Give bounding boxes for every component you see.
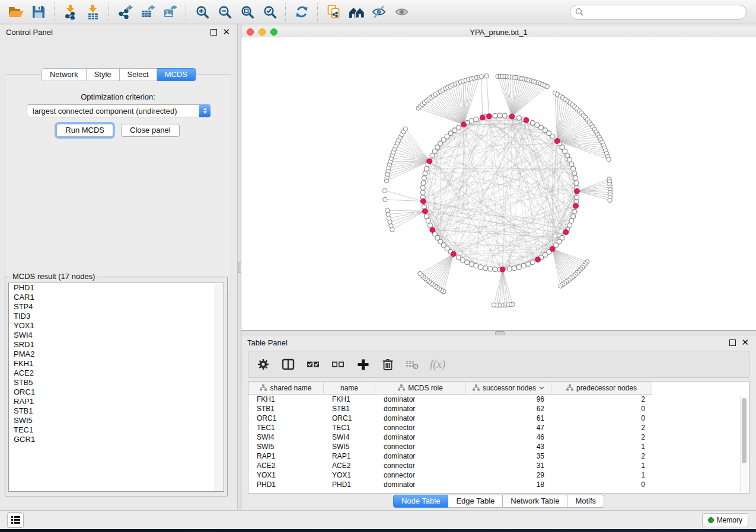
table-row[interactable]: ACE2ACE2connector311: [248, 461, 749, 470]
mcds-result-item[interactable]: RAP1: [9, 397, 224, 406]
table-cell: ACE2: [248, 462, 324, 470]
mcds-result-item[interactable]: SWI4: [9, 331, 224, 340]
column-header-name[interactable]: name: [324, 382, 375, 394]
mcds-result-item[interactable]: YOX1: [9, 321, 224, 331]
select-all-button[interactable]: [305, 357, 321, 372]
table-row[interactable]: YOX1YOX1connector291: [248, 470, 749, 480]
scrollbar-thumb[interactable]: [742, 398, 747, 463]
table-tabs: Node TableEdge TableNetwork TableMotifs: [241, 495, 756, 508]
mcds-result-item[interactable]: FKH1: [9, 359, 224, 368]
function-builder-button[interactable]: f(x): [430, 357, 445, 372]
table-row[interactable]: STB1STB1dominator620: [248, 404, 749, 414]
open-file-button[interactable]: [5, 2, 27, 22]
mcds-result-item[interactable]: GCR1: [9, 435, 224, 444]
show-columns-button[interactable]: [280, 357, 296, 372]
tab-select[interactable]: Select: [120, 68, 157, 81]
table-cell: 1: [551, 443, 652, 451]
table-row[interactable]: TEC1TEC1connector472: [248, 423, 749, 432]
memory-button[interactable]: Memory: [702, 513, 748, 527]
column-header-successor-nodes[interactable]: successor nodes: [466, 382, 551, 394]
table-cell: YOX1: [324, 471, 375, 479]
import-table-button[interactable]: [82, 2, 104, 22]
table-row[interactable]: SWI4SWI4dominator462: [248, 432, 749, 442]
mcds-result-item[interactable]: SWI5: [9, 416, 224, 425]
mcds-result-item[interactable]: STP4: [9, 302, 224, 312]
mcds-result-item[interactable]: TEC1: [9, 425, 224, 435]
table-row[interactable]: SWI5SWI5connector431: [248, 442, 749, 451]
tab-motifs[interactable]: Motifs: [567, 495, 604, 508]
mcds-tab-content: Optimization criterion: largest connecte…: [5, 74, 231, 294]
run-mcds-button[interactable]: Run MCDS: [56, 124, 113, 137]
mcds-result-item[interactable]: TID3: [9, 312, 224, 321]
mcds-result-item[interactable]: PHD1: [9, 283, 224, 293]
main-toolbar: [0, 0, 756, 24]
column-header-predecessor-nodes[interactable]: predecessor nodes: [551, 382, 652, 394]
tab-node-table[interactable]: Node Table: [393, 495, 449, 508]
tab-network[interactable]: Network: [42, 68, 87, 81]
panel-splitter-vertical[interactable]: [237, 24, 241, 510]
table-row[interactable]: RAP1RAP1dominator352: [248, 451, 749, 461]
search-input[interactable]: [583, 7, 741, 17]
apply-preferred-layout-button[interactable]: [291, 2, 313, 22]
mcds-result-item[interactable]: STB1: [9, 406, 224, 416]
table-cell: 2: [551, 424, 652, 432]
mcds-result-list[interactable]: PHD1CAR1STP4TID3YOX1SWI4SRD1PMA2FKH1ACE2…: [8, 283, 224, 492]
optimization-criterion-select[interactable]: largest connected component (undirected): [27, 104, 210, 117]
deselect-all-button[interactable]: [330, 357, 346, 372]
show-all-button[interactable]: [390, 2, 413, 22]
table-settings-button[interactable]: [256, 357, 271, 372]
zoom-selected-button[interactable]: [259, 2, 281, 22]
tab-mcds[interactable]: MCDS: [157, 68, 196, 81]
mcds-result-item[interactable]: PMA2: [9, 350, 224, 359]
delete-column-button[interactable]: [380, 357, 395, 372]
close-panel-icon[interactable]: ✕: [222, 29, 230, 35]
first-neighbors-button[interactable]: [345, 2, 368, 22]
export-network-button[interactable]: [114, 2, 136, 22]
float-panel-icon[interactable]: [210, 29, 217, 36]
import-network-button[interactable]: [59, 2, 82, 22]
table-row[interactable]: PHD1PHD1dominator180: [248, 480, 749, 489]
tab-style[interactable]: Style: [87, 68, 120, 81]
mcds-result-item[interactable]: ORC1: [9, 387, 224, 397]
search-box: [570, 5, 747, 20]
zoom-in-button[interactable]: [191, 2, 213, 22]
float-panel-icon[interactable]: [729, 339, 736, 346]
panel-splitter-horizontal[interactable]: [241, 330, 756, 335]
export-table-button[interactable]: [136, 2, 159, 22]
column-header-shared-name[interactable]: shared name: [248, 382, 324, 394]
table-scrollbar[interactable]: [740, 396, 748, 492]
close-panel-button[interactable]: Close panel: [121, 124, 180, 137]
column-header-MCDS-role[interactable]: MCDS role: [375, 382, 466, 394]
mcds-result-item[interactable]: SRD1: [9, 340, 224, 350]
delete-table-button[interactable]: [405, 357, 420, 372]
mcds-result-item[interactable]: CAR1: [9, 293, 224, 302]
network-canvas[interactable]: [241, 37, 756, 330]
network-graph[interactable]: [241, 37, 756, 330]
column-type-icon: [398, 384, 405, 391]
optimization-criterion-label: Optimization criterion:: [5, 92, 231, 101]
table-cell: 46: [466, 433, 551, 441]
toolbar-separator: [285, 3, 286, 21]
splitter-handle[interactable]: [495, 331, 505, 335]
network-window-titlebar[interactable]: YPA_prune.txt_1: [241, 27, 756, 38]
export-image-button[interactable]: [159, 2, 181, 22]
hide-selected-button[interactable]: [368, 2, 390, 22]
mcds-result-item[interactable]: STB5: [9, 378, 224, 387]
tab-edge-table[interactable]: Edge Table: [448, 495, 503, 508]
table-cell: SWI4: [248, 433, 324, 441]
add-column-button[interactable]: [355, 357, 371, 372]
zoom-out-button[interactable]: [213, 2, 236, 22]
task-history-button[interactable]: [7, 512, 24, 528]
tab-network-table[interactable]: Network Table: [503, 495, 567, 508]
mcds-list-scrollbar[interactable]: [215, 284, 223, 492]
dominator-node: [480, 115, 485, 120]
new-network-from-selection-button[interactable]: [323, 2, 345, 22]
zoom-fit-button[interactable]: [236, 2, 259, 22]
save-session-button[interactable]: [27, 2, 50, 22]
search-icon: [575, 8, 583, 16]
table-row[interactable]: FKH1FKH1dominator962: [248, 395, 749, 404]
close-panel-icon[interactable]: ✕: [741, 339, 749, 345]
mcds-result-item[interactable]: ACE2: [9, 368, 224, 378]
table-row[interactable]: ORC1ORC1dominator610: [248, 414, 749, 423]
table-cell: 2: [551, 452, 652, 460]
